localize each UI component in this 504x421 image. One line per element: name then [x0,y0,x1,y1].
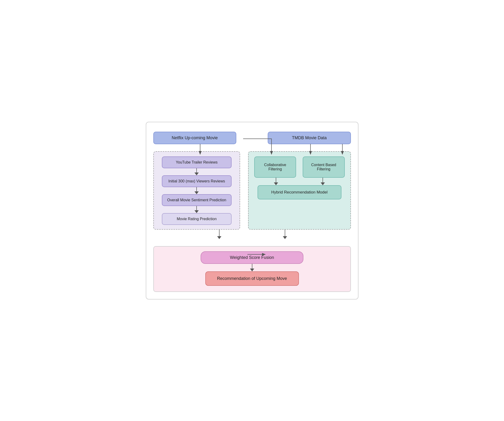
hybrid-box: Hybrid Recommendation Model [258,185,342,199]
left-panel: YouTube Trailer Reviews Initial 300 (max… [153,151,240,230]
youtube-reviews-box: YouTube Trailer Reviews [162,157,232,168]
arrow-2 [194,187,199,194]
sentiment-box: Overall Movie Sentiment Prediction [162,194,232,206]
bottom-arrows-row [153,230,351,239]
viewers-reviews-label: Initial 300 (max) Viewers Reviews [168,179,225,183]
netflix-source-box: Netflix Up-coming Movie [153,132,236,144]
left-to-bottom-arrow [217,230,222,239]
arrow-line [285,230,285,236]
viewers-reviews-box: Initial 300 (max) Viewers Reviews [162,175,232,187]
arrowhead [283,236,287,239]
arrowhead [194,191,199,194]
arrow-1 [194,168,199,175]
weighted-score-box: Weighted Score Fusion [201,251,304,264]
arrow-3 [194,206,199,213]
rating-prediction-label: Movie Rating Prediction [177,217,217,221]
tmdb-label: TMDB Movie Data [292,135,327,140]
arrowhead [194,173,199,175]
filters-row: Collaborative Filtering Content Based Fi… [253,157,346,178]
arrow-line [196,168,197,173]
arrow-line [323,178,323,182]
arrow-content [302,178,344,185]
right-panel: Collaborative Filtering Content Based Fi… [248,151,351,230]
youtube-reviews-label: YouTube Trailer Reviews [176,160,218,164]
arrow-line [196,206,197,210]
collaborative-label: Collaborative Filtering [258,163,293,171]
arrowhead [194,210,199,213]
netflix-label: Netflix Up-coming Movie [172,135,218,140]
recommendation-box: Recommendation of Upcoming Move [205,271,299,286]
middle-row: YouTube Trailer Reviews Initial 300 (max… [153,144,351,230]
arrow-line [252,264,252,269]
recommendation-label: Recommendation of Upcoming Move [217,276,287,281]
content-label: Content Based Filtering [306,163,341,171]
tmdb-source-box: TMDB Movie Data [268,132,351,144]
diagram-container: Netflix Up-coming Movie TMDB Movie Data … [146,122,359,299]
weighted-label: Weighted Score Fusion [230,255,274,260]
collaborative-filtering-box: Collaborative Filtering [254,157,296,178]
arrowhead [274,182,278,185]
right-to-bottom-arrow [283,230,287,239]
arrow-collab [255,178,297,185]
arrow-line [276,178,276,182]
arrowhead [217,236,222,239]
content-filtering-box: Content Based Filtering [303,157,345,178]
arrow-line [196,187,197,191]
arrowhead [321,182,325,185]
rating-prediction-box: Movie Rating Prediction [162,213,232,225]
sentiment-label: Overall Movie Sentiment Prediction [167,198,226,202]
hybrid-label: Hybrid Recommendation Model [271,190,328,194]
weighted-to-rec-arrow [250,264,254,271]
filter-arrows [253,178,346,185]
arrowhead [250,269,254,271]
bottom-section: Weighted Score Fusion Recommendation of … [153,246,351,292]
top-row: Netflix Up-coming Movie TMDB Movie Data [153,132,351,144]
arrow-line [219,230,220,236]
